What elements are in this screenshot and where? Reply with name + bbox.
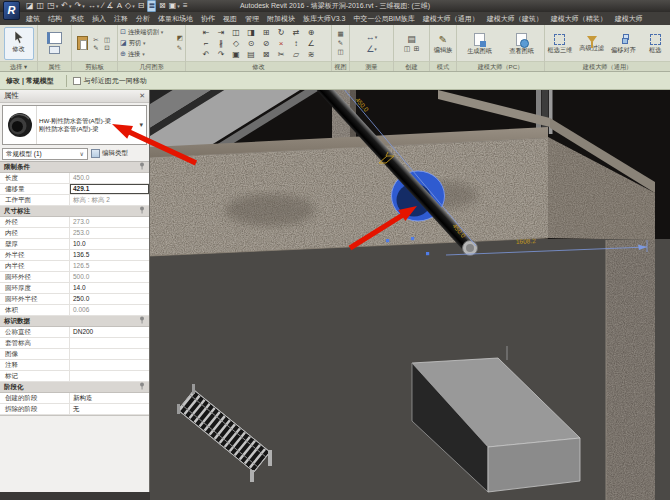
- box-select-button[interactable]: 框选: [640, 32, 670, 54]
- measure-between-refs-button[interactable]: ↔▾: [366, 32, 378, 42]
- redo-icon[interactable]: ↷▾: [74, 1, 84, 11]
- ribbon-tab-10[interactable]: 管理: [245, 14, 259, 24]
- property-value[interactable]: 126.5: [70, 261, 149, 271]
- group-icon[interactable]: ▣: [229, 49, 244, 60]
- property-value[interactable]: [70, 349, 149, 359]
- cut-icon[interactable]: ✂: [91, 36, 101, 43]
- save-icon[interactable]: ◫: [37, 1, 45, 11]
- properties-header[interactable]: 属性 ✕: [0, 90, 149, 103]
- cut-icon[interactable]: ✂: [274, 49, 289, 60]
- property-section-header[interactable]: 阶段化: [0, 382, 149, 393]
- close-hidden-windows-icon[interactable]: ⊠: [159, 1, 166, 11]
- ribbon-tab-4[interactable]: 插入: [92, 14, 106, 24]
- box-select-3d-button[interactable]: 框选三维: [545, 32, 575, 54]
- qat-customize-icon[interactable]: ≡: [183, 1, 188, 11]
- undo-tool-icon[interactable]: ↶: [199, 49, 214, 60]
- grip-handle[interactable]: [386, 239, 389, 242]
- split-face-icon[interactable]: ◩: [177, 34, 183, 42]
- override-graphics-icon[interactable]: ✎: [338, 39, 343, 47]
- rotate-icon[interactable]: ↻: [274, 27, 289, 38]
- thin-lines-icon[interactable]: ≣: [147, 0, 156, 12]
- concrete-beam[interactable]: [150, 127, 548, 256]
- advanced-filter-button[interactable]: 高级过滤: [577, 34, 607, 52]
- array-icon[interactable]: ⊞: [259, 27, 274, 38]
- ribbon-tab-5[interactable]: 注释: [114, 14, 128, 24]
- ribbon-tab-3[interactable]: 系统: [70, 14, 84, 24]
- copy-icon[interactable]: ◫: [102, 36, 112, 43]
- mirror-axis-icon[interactable]: ◫: [229, 27, 244, 38]
- generate-sheet-button[interactable]: 生成图纸: [461, 31, 499, 55]
- property-value[interactable]: 10.0: [70, 239, 149, 249]
- property-value[interactable]: [70, 360, 149, 370]
- edit-type-button[interactable]: 编辑类型: [91, 149, 128, 158]
- property-value[interactable]: DN200: [70, 327, 149, 337]
- ribbon-tab-16[interactable]: 建模大师（精装）: [551, 14, 607, 24]
- selection-filter-combo[interactable]: 常规模型 (1)∨: [2, 148, 88, 160]
- dim-text-1608[interactable]: 1608.2: [516, 237, 537, 245]
- property-value[interactable]: 136.5: [70, 250, 149, 260]
- open-icon[interactable]: ◪: [26, 1, 34, 11]
- property-value[interactable]: 500.0: [70, 272, 149, 282]
- split-icon[interactable]: ∦: [214, 38, 229, 49]
- property-value[interactable]: 0.006: [70, 305, 149, 315]
- section-icon[interactable]: ⊟: [138, 1, 145, 11]
- property-value[interactable]: 253.0: [70, 228, 149, 238]
- sync-icon[interactable]: ◳▾: [47, 1, 58, 11]
- cut-geometry-button[interactable]: ◪ 剪切▾: [118, 38, 175, 49]
- property-value[interactable]: 14.0: [70, 283, 149, 293]
- ribbon-tab-7[interactable]: 体量和场地: [158, 14, 193, 24]
- property-value[interactable]: 新构造: [70, 393, 149, 403]
- property-value[interactable]: 273.0: [70, 217, 149, 227]
- redo-tool-icon[interactable]: ↷: [214, 49, 229, 60]
- hide-element-icon[interactable]: ▦: [337, 30, 343, 38]
- ribbon-tab-1[interactable]: 建筑: [26, 14, 40, 24]
- grip-handle[interactable]: [411, 237, 414, 240]
- property-value[interactable]: [70, 371, 149, 381]
- ribbon-tab-15[interactable]: 建模大师（建筑）: [487, 14, 543, 24]
- property-section-header[interactable]: 标识数据: [0, 316, 149, 327]
- mirror-pick-icon[interactable]: ◨: [244, 27, 259, 38]
- paste-options-icon[interactable]: ⊡: [102, 44, 112, 51]
- displace-icon[interactable]: ◫: [337, 48, 343, 56]
- property-value[interactable]: [70, 338, 149, 348]
- match-type-icon[interactable]: ✎: [91, 44, 101, 51]
- dimension-button[interactable]: ∠▾: [366, 44, 377, 54]
- copy-icon[interactable]: ⊕: [304, 27, 319, 38]
- create-group-icon[interactable]: ▤: [407, 34, 416, 44]
- panel-label-select[interactable]: 选择 ▾: [0, 61, 37, 71]
- aligned-dimension-icon[interactable]: ↔▾: [88, 1, 100, 11]
- angle-icon[interactable]: ∠: [304, 38, 319, 49]
- paint-icon[interactable]: ▱: [289, 49, 304, 60]
- ribbon-tab-14[interactable]: 建模大师（通用）: [423, 14, 479, 24]
- property-value[interactable]: 429.1: [70, 184, 149, 194]
- ungroup-icon[interactable]: ▤: [244, 49, 259, 60]
- ribbon-tab-6[interactable]: 分析: [136, 14, 150, 24]
- ribbon-tab-8[interactable]: 协作: [201, 14, 215, 24]
- 3d-viewport[interactable]: 450.0 450.0 1608.2: [150, 90, 670, 500]
- close-icon[interactable]: ✕: [139, 92, 145, 100]
- paste-icon[interactable]: [77, 36, 88, 50]
- create-similar-icon[interactable]: ◫: [404, 45, 411, 53]
- family-types-icon[interactable]: [49, 46, 60, 54]
- measure-icon[interactable]: ∡: [107, 1, 114, 11]
- property-value[interactable]: 标高 : 标高 2: [70, 195, 149, 205]
- align-icon[interactable]: ⇤: [199, 27, 214, 38]
- offset-icon[interactable]: ⇥: [214, 27, 229, 38]
- switch-windows-icon[interactable]: ▣▾: [169, 1, 180, 11]
- text-icon[interactable]: A: [117, 1, 122, 11]
- revit-application-menu[interactable]: R: [3, 1, 20, 20]
- property-value[interactable]: 250.0: [70, 294, 149, 304]
- right-column[interactable]: [606, 240, 655, 500]
- create-assembly-icon[interactable]: ⊞: [413, 45, 419, 53]
- grip-handle[interactable]: [426, 252, 429, 255]
- ribbon-tab-13[interactable]: 中交一公局BIM族库: [353, 14, 414, 24]
- ribbon-tab-12[interactable]: 族库大师V3.3: [303, 14, 345, 24]
- detail-line-icon[interactable]: ∕: [102, 1, 103, 11]
- ribbon-tab-17[interactable]: 建模大师: [615, 14, 643, 24]
- join-icon[interactable]: ⊠: [259, 49, 274, 60]
- properties-icon[interactable]: [47, 32, 62, 44]
- move-icon[interactable]: ⇄: [289, 27, 304, 38]
- join-end-cut-button[interactable]: ⊡ 连接端切割▾: [118, 27, 175, 38]
- ribbon-tab-2[interactable]: 结构: [48, 14, 62, 24]
- view-sheet-button[interactable]: 查看图纸: [503, 31, 541, 55]
